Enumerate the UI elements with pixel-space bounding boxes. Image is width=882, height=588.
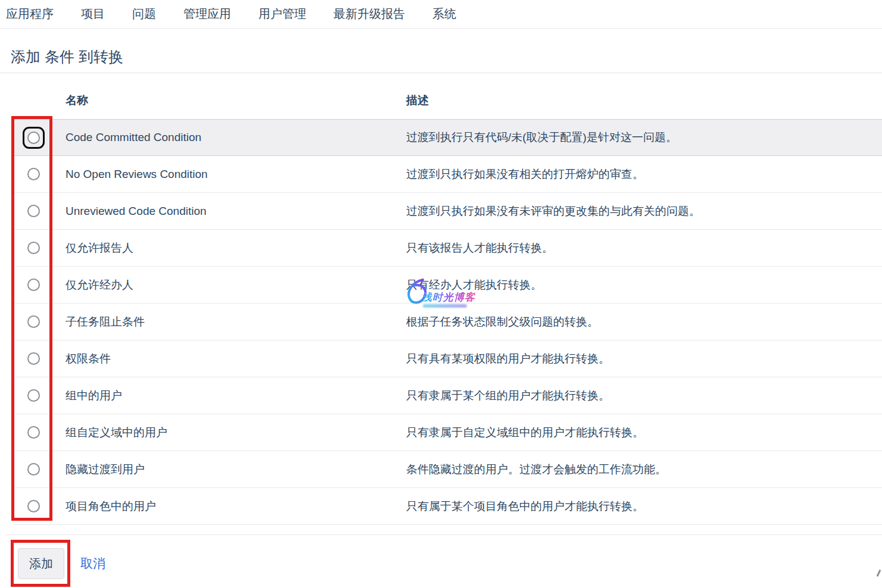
condition-radio-button[interactable] bbox=[27, 242, 40, 254]
condition-name: Code Committed Condition bbox=[52, 131, 406, 144]
condition-name: 权限条件 bbox=[52, 351, 406, 367]
radio-cell bbox=[14, 200, 52, 222]
condition-description: 只有具有某项权限的用户才能执行转换。 bbox=[406, 351, 882, 367]
condition-description: 过渡到只执行如果没有未评审的更改集的与此有关的问题。 bbox=[406, 204, 882, 219]
condition-name: No Open Reviews Condition bbox=[52, 168, 406, 181]
table-row[interactable]: 组中的用户 只有隶属于某个组的用户才能执行转换。 bbox=[14, 377, 882, 414]
column-header-name: 名称 bbox=[52, 93, 406, 108]
form-bottom-divider bbox=[6, 534, 882, 535]
table-row[interactable]: Unreviewed Code Condition 过渡到只执行如果没有未评审的… bbox=[14, 193, 882, 230]
table-row[interactable]: 子任务阻止条件 根据子任务状态限制父级问题的转换。 bbox=[14, 304, 882, 340]
radio-focus-ring bbox=[23, 311, 45, 333]
form-actions: 添加 取消 bbox=[18, 548, 882, 579]
nav-item-issues[interactable]: 问题 bbox=[132, 6, 156, 22]
table-row[interactable]: 权限条件 只有具有某项权限的用户才能执行转换。 bbox=[14, 340, 882, 377]
radio-focus-ring bbox=[23, 458, 45, 480]
condition-name: 组自定义域中的用户 bbox=[52, 425, 406, 440]
table-row[interactable]: 组自定义域中的用户 只有隶属于自定义域组中的用户才能执行转换。 bbox=[14, 414, 882, 451]
condition-description: 只有隶属于某个组的用户才能执行转换。 bbox=[406, 388, 882, 404]
nav-item-projects[interactable]: 项目 bbox=[81, 6, 105, 22]
nav-item-user-management[interactable]: 用户管理 bbox=[258, 6, 306, 22]
condition-radio-button[interactable] bbox=[27, 315, 40, 328]
condition-description: 过渡到只执行如果没有相关的打开熔炉的审查。 bbox=[406, 167, 882, 182]
nav-item-manage-apps[interactable]: 管理应用 bbox=[183, 6, 231, 22]
table-row[interactable]: No Open Reviews Condition 过渡到只执行如果没有相关的打… bbox=[14, 156, 882, 193]
table-row[interactable]: 项目角色中的用户 只有属于某个项目角色中的用户才能执行转换。 bbox=[14, 488, 882, 525]
radio-cell bbox=[14, 421, 52, 443]
condition-description: 条件隐藏过渡的用户。过渡才会触发的工作流功能。 bbox=[406, 462, 882, 477]
radio-focus-ring bbox=[23, 237, 45, 259]
table-header-row: 名称 描述 bbox=[14, 73, 882, 119]
nav-item-applications[interactable]: 应用程序 bbox=[6, 6, 54, 22]
radio-cell bbox=[14, 495, 52, 517]
table-body: Code Committed Condition 过渡到执行只有代码/未(取决于… bbox=[14, 119, 882, 525]
condition-radio-button[interactable] bbox=[27, 463, 40, 476]
page-title: 添加 条件 到转换 bbox=[0, 46, 882, 73]
radio-cell bbox=[14, 458, 52, 480]
condition-description: 只有属于某个项目角色中的用户才能执行转换。 bbox=[406, 499, 882, 514]
radio-cell bbox=[14, 237, 52, 259]
condition-name: 仅允许经办人 bbox=[52, 277, 406, 293]
condition-description: 只有经办人才能执行转换。 bbox=[406, 277, 882, 293]
condition-radio-button[interactable] bbox=[27, 205, 40, 217]
nav-item-system[interactable]: 系统 bbox=[432, 6, 456, 22]
condition-name: 组中的用户 bbox=[52, 388, 406, 404]
condition-name: 隐藏过渡到用户 bbox=[52, 462, 406, 477]
condition-description: 过渡到执行只有代码/未(取决于配置)是针对这一问题。 bbox=[406, 130, 882, 145]
radio-focus-ring bbox=[23, 200, 45, 222]
radio-cell bbox=[14, 311, 52, 333]
radio-focus-ring bbox=[23, 421, 45, 443]
radio-focus-ring bbox=[23, 127, 45, 149]
radio-cell bbox=[14, 127, 52, 149]
nav-item-upgrade-report[interactable]: 最新升级报告 bbox=[334, 6, 405, 22]
table-row[interactable]: 仅允许经办人 只有经办人才能执行转换。 bbox=[14, 267, 882, 304]
condition-description: 只有该报告人才能执行转换。 bbox=[406, 240, 882, 256]
conditions-table: 名称 描述 Code Committed Condition 过渡到执行只有代码… bbox=[14, 73, 882, 525]
condition-radio-button[interactable] bbox=[27, 279, 40, 291]
condition-description: 根据子任务状态限制父级问题的转换。 bbox=[406, 314, 882, 330]
radio-focus-ring bbox=[23, 384, 45, 406]
radio-focus-ring bbox=[23, 495, 45, 517]
radio-cell bbox=[14, 348, 52, 370]
condition-description: 只有隶属于自定义域组中的用户才能执行转换。 bbox=[406, 425, 882, 440]
top-navigation: 应用程序 项目 问题 管理应用 用户管理 最新升级报告 系统 bbox=[0, 0, 882, 29]
radio-cell bbox=[14, 384, 52, 406]
condition-radio-button[interactable] bbox=[27, 500, 40, 512]
condition-radio-button[interactable] bbox=[27, 352, 40, 365]
condition-name: Unreviewed Code Condition bbox=[52, 205, 406, 218]
condition-radio-button[interactable] bbox=[27, 168, 40, 180]
add-button[interactable]: 添加 bbox=[18, 548, 64, 579]
radio-focus-ring bbox=[23, 348, 45, 370]
condition-radio-button[interactable] bbox=[27, 132, 40, 144]
condition-name: 仅允许报告人 bbox=[52, 240, 406, 256]
condition-radio-button[interactable] bbox=[27, 389, 40, 402]
column-header-description: 描述 bbox=[406, 93, 882, 108]
condition-radio-button[interactable] bbox=[27, 426, 40, 439]
radio-focus-ring bbox=[23, 274, 45, 296]
table-row[interactable]: 隐藏过渡到用户 条件隐藏过渡的用户。过渡才会触发的工作流功能。 bbox=[14, 451, 882, 488]
table-row[interactable]: 仅允许报告人 只有该报告人才能执行转换。 bbox=[14, 230, 882, 267]
radio-cell bbox=[14, 274, 52, 296]
radio-cell bbox=[14, 163, 52, 185]
radio-focus-ring bbox=[23, 163, 45, 185]
condition-name: 子任务阻止条件 bbox=[52, 314, 406, 330]
cancel-link[interactable]: 取消 bbox=[80, 555, 105, 572]
table-row[interactable]: Code Committed Condition 过渡到执行只有代码/未(取决于… bbox=[14, 119, 882, 156]
condition-name: 项目角色中的用户 bbox=[52, 499, 406, 514]
